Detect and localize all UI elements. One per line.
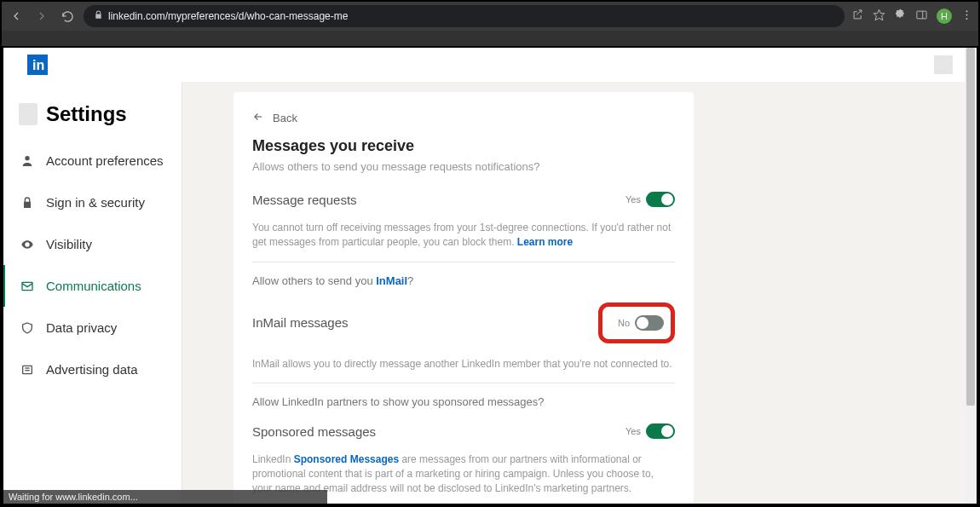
person-icon: [20, 154, 34, 168]
svg-rect-2: [917, 11, 926, 19]
inmail-messages-label: InMail messages: [252, 315, 349, 330]
settings-sidebar: Settings Account preferences Sign in & s…: [3, 82, 182, 504]
nav-account-preferences[interactable]: Account preferences: [3, 140, 182, 181]
kebab-menu-icon[interactable]: [960, 9, 973, 25]
inmail-link[interactable]: InMail: [376, 274, 407, 287]
card-subhead: Allows others to send you message reques…: [252, 160, 675, 173]
back-label: Back: [273, 112, 297, 124]
scrollbar-thumb[interactable]: [966, 48, 975, 406]
me-avatar[interactable]: [934, 55, 953, 74]
sponsored-question: Allow LinkedIn partners to show you spon…: [252, 395, 675, 408]
lock-icon: [94, 10, 103, 22]
mail-icon: [20, 279, 34, 293]
sponsored-messages-label: Sponsored messages: [252, 424, 376, 439]
newspaper-icon: [20, 363, 34, 377]
nav-label: Visibility: [46, 237, 92, 251]
arrow-left-icon: [252, 111, 264, 125]
svg-point-9: [25, 156, 29, 160]
status-text: Waiting for www.linkedin.com...: [9, 492, 138, 502]
message-requests-state: Yes: [625, 194, 641, 205]
settings-card: Back Messages you receive Allows others …: [233, 92, 694, 504]
shield-icon: [20, 321, 34, 335]
star-icon[interactable]: [873, 9, 885, 25]
nav-label: Data privacy: [46, 320, 117, 335]
nav-advertising-data[interactable]: Advertising data: [3, 349, 182, 390]
scrollbar-track[interactable]: [965, 48, 977, 504]
nav-label: Account preferences: [46, 153, 164, 168]
nav-label: Communications: [46, 279, 141, 293]
eye-icon: [20, 238, 34, 251]
browser-status-bar: Waiting for www.linkedin.com...: [3, 490, 327, 504]
nav-label: Advertising data: [46, 362, 138, 377]
back-button[interactable]: Back: [252, 111, 675, 125]
browser-back-button[interactable]: [7, 7, 26, 26]
extensions-icon[interactable]: [894, 9, 907, 25]
inmail-toggle[interactable]: [635, 315, 664, 331]
browser-reload-button[interactable]: [58, 7, 77, 26]
learn-more-link[interactable]: Learn more: [517, 236, 573, 248]
profile-avatar[interactable]: H: [937, 9, 952, 24]
nav-visibility[interactable]: Visibility: [3, 223, 182, 265]
settings-title-row: Settings: [3, 82, 182, 140]
share-icon[interactable]: [851, 9, 864, 25]
svg-point-5: [966, 14, 968, 15]
inmail-state: No: [618, 318, 630, 328]
inmail-question: Allow others to send you InMail?: [252, 274, 675, 287]
svg-marker-0: [873, 9, 885, 20]
nav-data-privacy[interactable]: Data privacy: [3, 307, 182, 349]
browser-forward-button[interactable]: [32, 7, 51, 26]
sponsored-messages-link[interactable]: Sponsored Messages: [294, 453, 399, 465]
message-requests-desc: You cannot turn off receiving messages f…: [252, 221, 675, 250]
browser-toolbar: linkedin.com/mypreferences/d/who-can-mes…: [2, 2, 978, 31]
nav-sign-in-security[interactable]: Sign in & security: [3, 181, 182, 223]
browser-address-bar[interactable]: linkedin.com/mypreferences/d/who-can-mes…: [84, 5, 845, 27]
highlight-annotation: No: [598, 302, 675, 343]
browser-bookmarks-strip: [2, 31, 978, 46]
linkedin-header: in: [3, 48, 977, 82]
sponsored-toggle[interactable]: [646, 423, 675, 439]
message-requests-toggle[interactable]: [646, 192, 675, 207]
lock-icon: [20, 196, 34, 210]
panel-icon[interactable]: [915, 9, 928, 25]
linkedin-logo[interactable]: in: [27, 55, 48, 75]
inmail-desc: InMail allows you to directly message an…: [252, 357, 675, 372]
svg-point-4: [966, 10, 968, 12]
message-requests-label: Message requests: [252, 193, 357, 207]
nav-label: Sign in & security: [46, 195, 145, 210]
card-title: Messages you receive: [252, 137, 675, 155]
svg-text:in: in: [32, 58, 44, 72]
settings-heading: Settings: [46, 102, 127, 126]
nav-communications[interactable]: Communications: [3, 265, 182, 307]
clipboard-icon: [19, 103, 37, 125]
url-text: linkedin.com/mypreferences/d/who-can-mes…: [108, 10, 348, 22]
content-area: Back Messages you receive Allows others …: [182, 82, 977, 504]
svg-point-6: [966, 17, 968, 19]
sponsored-state: Yes: [625, 426, 641, 436]
